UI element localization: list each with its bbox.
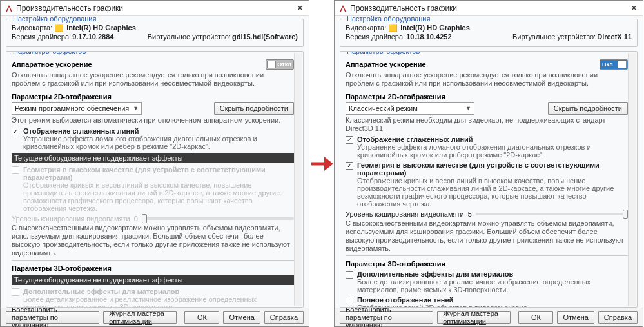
- mode2d-select[interactable]: Режим программного обеспечения▼: [12, 102, 142, 115]
- mat-fx-title: Дополнительные эффекты для материалов: [357, 270, 628, 278]
- effects-legend: Параметры эффектов: [10, 51, 88, 55]
- effects-group: Параметры эффектов Аппаратное ускорение …: [6, 51, 304, 308]
- hide-details-button[interactable]: Скрыть подробности: [548, 102, 628, 115]
- videocard-label: Видеокарта:: [346, 23, 386, 32]
- unsupported-bar-2d: Текущее оборудование не поддерживает эфф…: [12, 153, 294, 163]
- scrollbar[interactable]: [294, 53, 302, 306]
- dialog-left: Производительность графики ✕ Настройка о…: [0, 0, 309, 327]
- cancel-button[interactable]: Отмена: [223, 311, 260, 324]
- mat-fx-checkbox[interactable]: [346, 271, 353, 279]
- dialog-right: Производительность графики ✕ Настройка о…: [334, 0, 643, 327]
- virtdev-label: Виртуальное устройство:: [148, 32, 231, 41]
- videocard-value: Intel(R) HD Graphics: [400, 23, 470, 32]
- mode2d-note: Классический режим необходим для видеока…: [346, 116, 628, 133]
- mat-fx-title: Дополнительные эффекты для материалов: [23, 288, 294, 295]
- smooth-lines-title: Отображение сглаженных линий: [357, 135, 628, 143]
- hw-accel-title: Аппаратное ускорение: [346, 61, 426, 68]
- effects-group: Параметры эффектов Аппаратное ускорение …: [340, 51, 638, 308]
- ok-button[interactable]: ОК: [518, 311, 553, 324]
- hardware-legend: Настройка оборудования: [10, 16, 99, 23]
- geom-hq-title: Геометрия в высоком качестве (для устрой…: [23, 166, 294, 181]
- geom-hq-title: Геометрия в высоком качестве (для устрой…: [357, 161, 628, 177]
- footer: Восстановить параметры по умолчанию Журн…: [1, 308, 309, 326]
- help-button[interactable]: Справка: [598, 311, 638, 324]
- hardware-group: Настройка оборудования Видеокарта: 🟨 Int…: [6, 19, 304, 47]
- vmem-title: Уровень кэширования видеопамяти: [346, 210, 464, 218]
- mat-fx-desc: Более детализированное и реалистичное из…: [23, 295, 294, 308]
- smooth-lines-desc: Устранение эффекта ломаного отображения …: [23, 135, 294, 150]
- restore-defaults-button[interactable]: Восстановить параметры по умолчанию: [340, 311, 433, 324]
- svg-marker-3: [324, 157, 333, 171]
- chevron-down-icon: ▼: [133, 104, 139, 113]
- vmem-value: 5: [468, 210, 472, 218]
- vmem-note: С высококачественными видеокартами можно…: [12, 224, 294, 257]
- driver-value: 10.18.10.4252: [406, 32, 451, 41]
- dialog-title: Производительность графики: [350, 4, 629, 13]
- videocard-label: Видеокарта:: [12, 23, 52, 32]
- effects-legend: Параметры эффектов: [344, 51, 422, 55]
- smooth-lines-title: Отображение сглаженных линий: [23, 127, 294, 135]
- vmem-slider[interactable]: [476, 213, 628, 215]
- app-icon: [338, 4, 347, 13]
- videocard-value: Intel(R) HD Graphics: [66, 23, 136, 32]
- close-button[interactable]: ✕: [295, 3, 305, 13]
- videocard-icon: 🟨: [55, 23, 64, 32]
- vmem-slider: [142, 217, 294, 220]
- vmem-title: Уровень кэширования видеопамяти: [12, 215, 130, 223]
- hw-accel-title: Аппаратное ускорение: [12, 61, 92, 68]
- chevron-down-icon: ▼: [465, 104, 471, 113]
- tuner-log-button[interactable]: Журнал мастера оптимизации: [103, 311, 177, 324]
- geom-hq-checkbox: [12, 166, 19, 174]
- mode2d-note: Этот режим выбирается автоматически при …: [12, 116, 294, 124]
- titlebar: Производительность графики ✕: [1, 1, 309, 16]
- hardware-group: Настройка оборудования Видеокарта: 🟨 Int…: [340, 19, 638, 47]
- hw-accel-toggle[interactable]: Откл: [266, 59, 294, 70]
- virtdev-value: DirectX 11: [597, 32, 632, 41]
- mat-fx-desc: Более детализированное и реалистичное из…: [357, 278, 628, 293]
- geom-hq-checkbox[interactable]: [346, 162, 353, 170]
- help-button[interactable]: Справка: [264, 311, 304, 324]
- cancel-button[interactable]: Отмена: [557, 311, 594, 324]
- shadows-desc: Отображение теней 3D-объектов в видовом …: [357, 304, 529, 308]
- mode2d-title: Параметры 2D-отображения: [12, 93, 112, 101]
- geom-hq-desc: Отображение кривых и весов линий в высок…: [23, 181, 294, 212]
- ok-button[interactable]: ОК: [184, 311, 219, 324]
- shadows-title: Полное отображение теней: [357, 296, 529, 304]
- driver-label: Версия драйвера:: [12, 32, 71, 41]
- titlebar: Производительность графики ✕: [335, 1, 643, 16]
- footer: Восстановить параметры по умолчанию Журн…: [335, 308, 643, 326]
- hide-details-button[interactable]: Скрыть подробности: [214, 102, 294, 115]
- transition-arrow: [309, 0, 334, 327]
- vmem-note: С высококачественными видеокартами можно…: [346, 219, 628, 253]
- app-icon: [5, 4, 14, 13]
- geom-hq-desc: Отображение кривых и весов линий в высок…: [357, 177, 628, 208]
- hw-accel-note: Отключать аппаратное ускорение рекоменду…: [346, 71, 628, 88]
- vmem-value: 0: [134, 215, 138, 223]
- shadows-checkbox[interactable]: [346, 297, 353, 304]
- close-button[interactable]: ✕: [629, 3, 639, 13]
- dialog-title: Производительность графики: [16, 4, 295, 13]
- smooth-lines-checkbox[interactable]: [12, 128, 19, 135]
- virtdev-value: gdi15.hdi(Software): [232, 32, 298, 41]
- driver-label: Версия драйвера:: [346, 32, 405, 41]
- driver-value: 9.17.10.2884: [72, 32, 113, 41]
- unsupported-bar-3d: Текущее оборудование не поддерживает эфф…: [12, 275, 294, 285]
- tuner-log-button[interactable]: Журнал мастера оптимизации: [437, 311, 511, 324]
- mode3d-title: Параметры 3D-отображения: [346, 260, 445, 268]
- mat-fx-checkbox: [12, 288, 19, 296]
- videocard-icon: 🟨: [389, 23, 398, 32]
- virtdev-label: Виртуальное устройство:: [512, 32, 596, 41]
- hw-accel-toggle[interactable]: Вкл: [600, 59, 628, 70]
- scrollbar[interactable]: [628, 53, 636, 306]
- smooth-lines-checkbox[interactable]: [346, 136, 353, 144]
- mode2d-select[interactable]: Классический режим▼: [346, 102, 474, 115]
- mode3d-title: Параметры 3D-отображения: [12, 264, 112, 272]
- hardware-legend: Настройка оборудования: [344, 16, 433, 23]
- hw-accel-note: Отключать аппаратное ускорение рекоменду…: [12, 71, 294, 88]
- smooth-lines-desc: Устранение эффекта ломаного отображения …: [357, 143, 628, 159]
- restore-defaults-button[interactable]: Восстановить параметры по умолчанию: [6, 311, 99, 324]
- mode2d-title: Параметры 2D-отображения: [346, 93, 445, 101]
